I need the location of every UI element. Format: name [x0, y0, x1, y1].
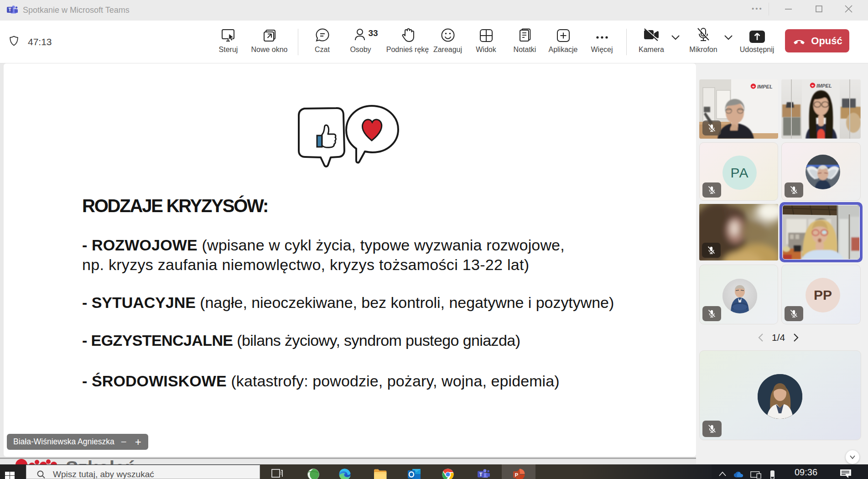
svg-text:IMPEL: IMPEL [757, 84, 773, 89]
svg-text:T: T [479, 472, 483, 477]
svg-text:IMPEL: IMPEL [816, 83, 832, 89]
svg-text:P: P [515, 472, 518, 478]
svg-text:T: T [8, 7, 11, 12]
